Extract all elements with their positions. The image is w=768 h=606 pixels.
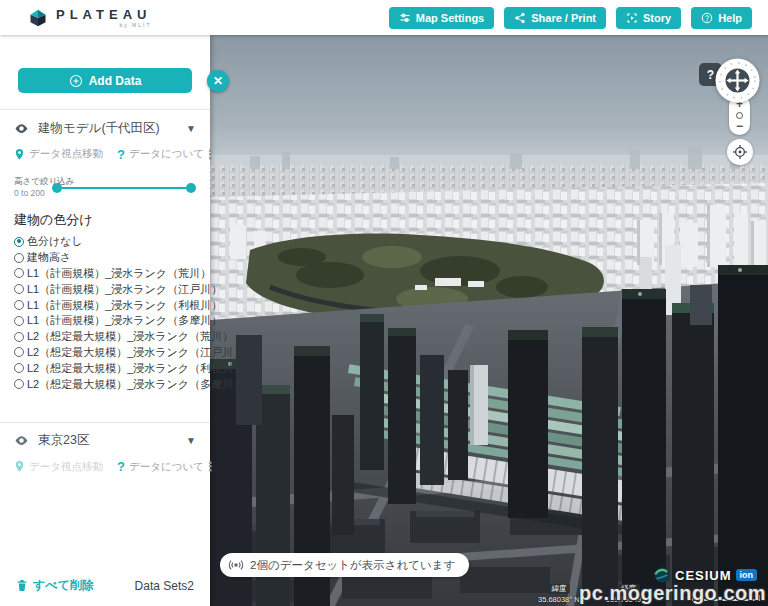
radio-label: L1（計画規模）_浸水ランク（江戸川） xyxy=(27,282,222,297)
share-print-button[interactable]: Share / Print xyxy=(504,7,606,29)
radio-label: 建物高さ xyxy=(27,250,71,265)
radio-label: L1（計画規模）_浸水ランク（多摩川） xyxy=(27,313,222,328)
story-button[interactable]: Story xyxy=(616,7,681,29)
move-camera-button[interactable]: データ視点移動 xyxy=(14,147,103,161)
radio-icon xyxy=(14,316,24,326)
logo-title: PLATEAU xyxy=(56,8,151,21)
radio-option-l1-tamagawa[interactable]: L1（計画規模）_浸水ランク（多摩川） xyxy=(14,313,196,329)
map-settings-button[interactable]: Map Settings xyxy=(389,7,494,29)
help-icon xyxy=(701,12,713,24)
share-print-label: Share / Print xyxy=(531,12,596,24)
about-data-button[interactable]: ? データについて xyxy=(117,147,204,162)
topbar: PLATEAU by MLIT Map Settings xyxy=(0,0,768,35)
radio-label: L2（想定最大規模）_浸水ランク（利根川） xyxy=(27,361,244,376)
visibility-eye-icon[interactable] xyxy=(14,121,29,136)
radio-label: L1（計画規模）_浸水ランク（利根川） xyxy=(27,298,222,313)
radio-option-l2-edogawa[interactable]: L2（想定最大規模）_浸水ランク（江戸川） xyxy=(14,345,196,361)
radio-label: L1（計画規模）_浸水ランク（荒川） xyxy=(27,266,211,281)
sidebar-footer: すべて削除 Data Sets2 xyxy=(0,567,210,606)
zoom-reset-button[interactable] xyxy=(736,112,743,119)
datasets-toast: 2個のデータセットが表示されています xyxy=(220,553,469,577)
ion-badge: ion xyxy=(736,569,758,581)
radio-label: L2（想定最大規模）_浸水ランク（荒川） xyxy=(27,329,233,344)
map-pin-icon xyxy=(14,148,25,161)
slider-handle-max[interactable] xyxy=(186,183,196,193)
move-camera-label: データ視点移動 xyxy=(29,460,103,474)
question-icon: ? xyxy=(117,459,125,474)
dataset-panel-building-model: 建物モデル(千代田区) ▼ データ視点移動 ? データについて ⋮ 高さで絞り込… xyxy=(0,109,210,392)
story-icon xyxy=(626,12,638,24)
sliders-icon xyxy=(399,12,411,24)
add-data-button[interactable]: Add Data xyxy=(18,68,192,93)
datasets-count: 2 xyxy=(187,579,194,593)
color-options-list: 色分けなし 建物高さ L1（計画規模）_浸水ランク（荒川） L1（計画規模）_浸… xyxy=(14,234,196,392)
latitude-value: 35.68038° N xyxy=(538,595,580,604)
radio-option-l1-arakawa[interactable]: L1（計画規模）_浸水ランク（荒川） xyxy=(14,266,196,282)
coordinate-readout: 緯度 35.68038° N 経度 139.76549° E xyxy=(538,584,651,604)
about-data-button[interactable]: ? データについて xyxy=(117,459,204,474)
topbar-buttons: Map Settings Share / Print xyxy=(389,7,752,29)
radio-option-l1-edogawa[interactable]: L1（計画規模）_浸水ランク（江戸川） xyxy=(14,281,196,297)
delete-all-button[interactable]: すべて削除 xyxy=(16,577,94,594)
radio-option-no-color[interactable]: 色分けなし xyxy=(14,234,196,250)
compass-control[interactable] xyxy=(714,57,761,104)
logo-byline: by MLIT xyxy=(119,23,151,28)
panel-menu-icon[interactable]: ⋮ xyxy=(204,148,217,161)
radio-icon xyxy=(14,347,24,357)
dataset-title: 建物モデル(千代田区) xyxy=(38,120,177,137)
help-label: Help xyxy=(718,12,742,24)
cesium-3d-city-scene[interactable] xyxy=(210,35,768,606)
cesium-globe-icon xyxy=(653,566,671,584)
radio-option-l2-tonegawa[interactable]: L2（想定最大規模）_浸水ランク（利根川） xyxy=(14,360,196,376)
plateau-logo-icon xyxy=(28,8,48,28)
radio-icon xyxy=(14,268,24,278)
radio-icon xyxy=(14,300,24,310)
sidebar-close-button[interactable]: ✕ xyxy=(207,70,229,92)
visibility-eye-icon[interactable] xyxy=(14,433,29,448)
radio-icon xyxy=(14,379,24,389)
radio-option-l1-tonegawa[interactable]: L1（計画規模）_浸水ランク（利根川） xyxy=(14,297,196,313)
collapse-caret-icon[interactable]: ▼ xyxy=(186,435,196,446)
about-data-label: データについて xyxy=(129,147,204,161)
toast-message: 2個のデータセットが表示されています xyxy=(250,558,455,573)
longitude-label: 経度 xyxy=(617,584,640,594)
radio-icon xyxy=(14,237,24,247)
panel-menu-icon[interactable]: ⋮ xyxy=(204,460,217,473)
zoom-out-button[interactable]: − xyxy=(736,120,743,132)
radio-icon xyxy=(14,284,24,294)
plus-circle-icon xyxy=(69,74,83,88)
datasets-label: Data Sets xyxy=(135,579,188,593)
map-pin-icon xyxy=(14,460,25,473)
longitude-value: 139.76549° E xyxy=(606,595,652,604)
radio-icon xyxy=(14,332,24,342)
radio-icon xyxy=(14,253,24,263)
dataset-title: 東京23区 xyxy=(38,432,177,449)
map-scale-bar xyxy=(692,595,760,601)
slider-handle-min[interactable] xyxy=(52,183,62,193)
delete-all-label: すべて削除 xyxy=(33,577,94,594)
plateau-app: PLATEAU by MLIT Map Settings xyxy=(0,0,768,606)
radio-label: L2（想定最大規模）_浸水ランク（多摩川） xyxy=(27,377,244,392)
cesium-ion-credit[interactable]: CESIUM ion xyxy=(653,566,757,584)
crosshair-icon xyxy=(732,144,748,160)
radio-label: 色分けなし xyxy=(27,234,83,249)
broadcast-icon xyxy=(228,557,244,573)
radio-option-l2-arakawa[interactable]: L2（想定最大規模）_浸水ランク（荒川） xyxy=(14,329,196,345)
color-group-title: 建物の色分け xyxy=(14,211,196,229)
question-icon: ? xyxy=(117,147,125,162)
height-filter-range: 0 to 200 xyxy=(14,188,45,198)
about-data-label: データについて xyxy=(129,460,204,474)
map-viewport: ? + − xyxy=(210,35,768,606)
radio-icon xyxy=(14,363,24,373)
locate-target-button[interactable] xyxy=(727,139,753,165)
radio-option-building-height[interactable]: 建物高さ xyxy=(14,250,196,266)
plateau-logo: PLATEAU by MLIT xyxy=(28,8,151,28)
collapse-caret-icon[interactable]: ▼ xyxy=(186,123,196,134)
latitude-label: 緯度 xyxy=(547,584,570,594)
help-button[interactable]: Help xyxy=(691,7,752,29)
add-data-label: Add Data xyxy=(89,74,142,88)
data-sidebar: Add Data 建物モデル(千代田区) ▼ データ視点移動 ? xyxy=(0,35,210,606)
radio-option-l2-tamagawa[interactable]: L2（想定最大規模）_浸水ランク（多摩川） xyxy=(14,376,196,392)
trash-icon xyxy=(16,579,28,592)
height-range-slider[interactable] xyxy=(54,183,194,193)
